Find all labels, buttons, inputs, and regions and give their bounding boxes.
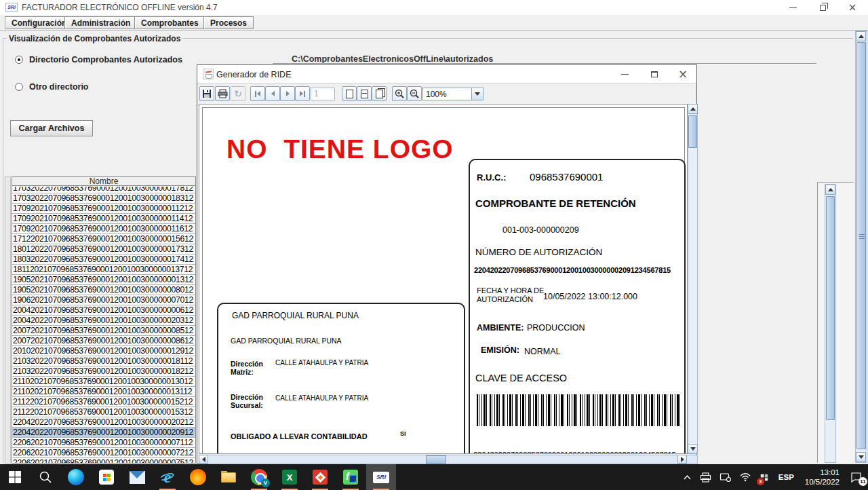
main-vertical-scrollbar[interactable]	[855, 31, 867, 463]
table-row[interactable]: 2004202207096853769000120010030000002031…	[12, 316, 196, 326]
tray-language-indicator[interactable]: ESP	[773, 473, 800, 481]
taskbar-start-button[interactable]	[0, 464, 30, 490]
table-row-selected[interactable]: 2204202207096853769000120010030000002091…	[12, 428, 196, 438]
list-left-scroll-strip[interactable]	[5, 176, 11, 464]
tray-printer-icon[interactable]	[696, 464, 715, 490]
print-button[interactable]	[215, 86, 230, 101]
table-row[interactable]: 1712202107096853769000120010030000001561…	[12, 234, 196, 244]
tray-chevron-up-icon[interactable]	[679, 464, 696, 490]
menu-administracion[interactable]: Administración	[64, 16, 137, 29]
table-row[interactable]: 1801202207096853769000120010030000001731…	[12, 244, 196, 255]
table-row[interactable]: 2010202107096853769000120010030000001291…	[12, 346, 196, 356]
table-row[interactable]: 2112202107096853769000120010030000001521…	[12, 397, 196, 407]
notification-center-icon[interactable]: 11	[845, 464, 868, 490]
table-row[interactable]: 1703202207096853769000120010030000001781…	[12, 187, 196, 193]
scrollbar-thumb[interactable]	[826, 196, 835, 420]
scroll-up-icon[interactable]	[856, 31, 866, 41]
table-row[interactable]: 1905202107096853769000120010030000000131…	[12, 275, 196, 285]
dialog-minimize-button[interactable]	[619, 69, 630, 79]
actual-size-button[interactable]	[342, 86, 357, 101]
radio-otro-directorio[interactable]: Otro directorio	[15, 82, 89, 92]
right-panel-vertical-scrollbar[interactable]	[825, 184, 836, 463]
table-row[interactable]: 2103202207096853769000120010030000001811…	[12, 356, 196, 366]
scroll-up-icon[interactable]	[688, 104, 698, 114]
main-close-button[interactable]: ×	[841, 0, 864, 15]
table-row[interactable]: 1803202207096853769000120010030000001741…	[12, 255, 196, 265]
table-row[interactable]: 1906202107096853769000120010030000000701…	[12, 295, 196, 305]
table-row[interactable]: 1709202107096853769000120010030000001161…	[12, 224, 196, 234]
tray-display-icon[interactable]	[715, 464, 735, 490]
radio-button-unchecked-icon[interactable]	[15, 83, 23, 91]
table-header-nombre[interactable]: Nombre	[12, 177, 195, 186]
table-row[interactable]: 2007202107096853769000120010030000000861…	[12, 336, 196, 346]
chrome-icon: V	[251, 469, 267, 485]
previous-page-button[interactable]	[265, 86, 280, 101]
menu-comprobantes[interactable]: Comprobantes	[134, 16, 205, 29]
fit-page-button[interactable]	[357, 86, 372, 101]
main-minimize-button[interactable]	[781, 0, 804, 15]
zoom-level-combobox[interactable]: 100%	[422, 88, 484, 100]
viewer-vertical-scrollbar[interactable]	[688, 104, 698, 454]
fit-width-button[interactable]	[372, 86, 387, 101]
cargar-archivos-button[interactable]: Cargar Archivos	[10, 120, 93, 136]
taskbar-sri-button[interactable]: SRI	[366, 464, 396, 490]
scrollbar-thumb[interactable]	[426, 455, 446, 464]
menu-procesos[interactable]: Procesos	[203, 16, 254, 29]
taskbar-search-button[interactable]	[31, 464, 60, 490]
main-restore-button[interactable]	[811, 0, 834, 15]
table-row[interactable]: 2007202107096853769000120010030000000851…	[12, 326, 196, 336]
taskbar-mail-button[interactable]	[122, 464, 152, 490]
table-row[interactable]: 1811202107096853769000120010030000001371…	[12, 265, 196, 275]
tray-wifi-icon[interactable]	[735, 464, 755, 490]
scroll-down-icon[interactable]	[688, 444, 698, 454]
taskbar-firefox-button[interactable]	[183, 464, 213, 490]
table-row[interactable]: 2110202107096853769000120010030000001301…	[12, 377, 196, 387]
table-row[interactable]: 2112202107096853769000120010030000001531…	[12, 407, 196, 417]
chevron-down-icon[interactable]	[471, 88, 483, 100]
menu-configuracion[interactable]: Configuración	[5, 16, 73, 29]
table-row[interactable]: 2206202107096853769000120010030000000751…	[12, 458, 196, 464]
save-button[interactable]	[199, 86, 214, 101]
table-row[interactable]: 2206202107096853769000120010030000000711…	[12, 438, 196, 448]
refresh-button[interactable]: ↻	[231, 86, 245, 101]
taskbar-edge-button[interactable]	[61, 464, 91, 490]
scroll-up-icon[interactable]	[825, 185, 835, 195]
dialog-close-button[interactable]: ×	[677, 69, 688, 79]
table-row[interactable]: 2110202107096853769000120010030000001311…	[12, 387, 196, 397]
scroll-right-icon[interactable]	[677, 455, 687, 464]
zoom-out-button[interactable]	[407, 86, 422, 101]
table-row[interactable]: 2103202207096853769000120010030000001821…	[12, 366, 196, 377]
scrollbar-thumb[interactable]	[688, 115, 697, 148]
taskbar-excel-button[interactable]: X	[275, 464, 304, 490]
tray-clock[interactable]: 13:01 10/5/2022	[800, 468, 845, 487]
tray-app-update-icon[interactable]: 3	[755, 464, 773, 490]
dialog-maximize-button[interactable]	[649, 69, 660, 79]
table-row[interactable]: 1709202107096853769000120010030000001141…	[12, 214, 196, 224]
taskbar-ie-button[interactable]: e	[153, 464, 182, 490]
table-row[interactable]: 1703202207096853769000120010030000001831…	[12, 193, 196, 204]
table-row[interactable]: 2206202107096853769000120010030000000721…	[12, 448, 196, 458]
table-row[interactable]: 2004202107096853769000120010030000000061…	[12, 305, 196, 316]
table-row[interactable]: 1905202107096853769000120010030000000801…	[12, 285, 196, 295]
taskbar-chrome-button[interactable]: V	[244, 464, 274, 490]
dialog-title-bar[interactable]: Generador de RIDE ×	[197, 65, 696, 83]
next-page-button[interactable]	[280, 86, 295, 101]
scrollbar-thumb[interactable]	[856, 42, 866, 449]
radio-directorio-autorizados[interactable]: Directorio Comprobantes Autorizados	[15, 55, 182, 64]
zoom-in-button[interactable]	[392, 86, 407, 101]
last-page-button[interactable]	[295, 86, 310, 101]
table-row[interactable]: 2204202207096853769000120010030000002021…	[12, 417, 196, 428]
radio-button-checked-icon[interactable]	[15, 56, 23, 64]
taskbar-reddiamond-button[interactable]	[305, 464, 335, 490]
ride-document-viewer[interactable]: NO TIENE LOGO R.U.C.: 0968537690001 COMP…	[199, 104, 688, 454]
viewer-horizontal-scrollbar[interactable]	[199, 455, 698, 464]
scroll-left-icon[interactable]	[199, 455, 208, 464]
taskbar-factgreen-button[interactable]: f	[336, 464, 366, 490]
scroll-down-icon[interactable]	[856, 452, 866, 462]
table-row[interactable]: 1709202107096853769000120010030000001121…	[12, 204, 196, 214]
first-page-button[interactable]	[250, 86, 265, 101]
printer-icon	[218, 89, 228, 98]
taskbar-store-button[interactable]	[92, 464, 121, 490]
taskbar-folder-file-explorer-button[interactable]	[214, 464, 243, 490]
page-number-input[interactable]: 1	[311, 88, 335, 100]
